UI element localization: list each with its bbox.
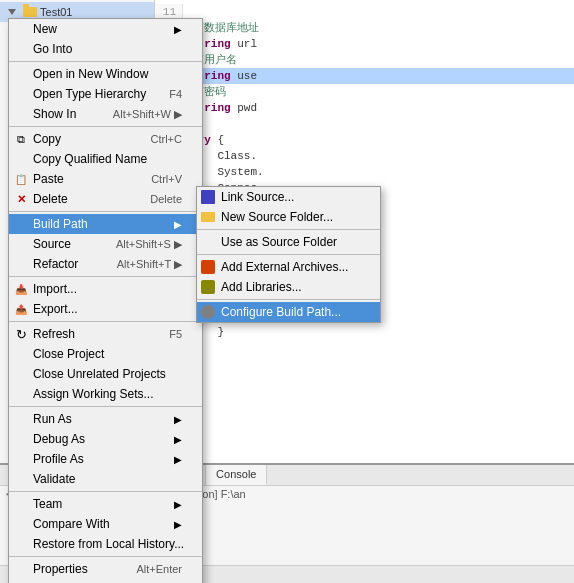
submenu-link-source[interactable]: Link Source... — [197, 187, 380, 207]
menu-debug-as[interactable]: Debug As ▶ — [9, 429, 202, 449]
code-line-31: 31 } — [155, 324, 574, 340]
menu-build-path[interactable]: Build Path ▶ — [9, 214, 202, 234]
menu-restore-local-label: Restore from Local History... — [33, 537, 184, 551]
menu-refresh-shortcut: F5 — [153, 328, 182, 340]
new-source-folder-icon — [201, 209, 217, 225]
menu-close-project[interactable]: Close Project — [9, 344, 202, 364]
menu-properties[interactable]: Properties Alt+Enter — [9, 559, 202, 579]
code-line-18: 18 — [155, 116, 574, 132]
menu-properties-label: Properties — [33, 562, 88, 576]
submenu-configure-build-path-label: Configure Build Path... — [221, 305, 341, 319]
link-source-icon — [201, 189, 217, 205]
tab-console[interactable]: Console — [206, 465, 267, 485]
submenu-link-source-label: Link Source... — [221, 190, 294, 204]
menu-debug-as-arrow: ▶ — [174, 434, 182, 445]
menu-source[interactable]: Source Alt+Shift+S ▶ — [9, 234, 202, 254]
menu-refactor-shortcut: Alt+Shift+T ▶ — [101, 258, 182, 271]
menu-show-in[interactable]: Show In Alt+Shift+W ▶ — [9, 104, 202, 124]
menu-paste-label: Paste — [33, 172, 64, 186]
menu-sep-6 — [9, 406, 202, 407]
menu-export-label: Export... — [33, 302, 78, 316]
submenu-sep-2 — [197, 254, 380, 255]
code-line-15: 15 String use — [155, 68, 574, 84]
menu-build-path-label: Build Path — [33, 217, 88, 231]
menu-refactor[interactable]: Refactor Alt+Shift+T ▶ — [9, 254, 202, 274]
delete-icon: ✕ — [13, 191, 29, 207]
menu-type-hierarchy-label: Open Type Hierarchy — [33, 87, 146, 101]
code-line-13: 13 String url — [155, 36, 574, 52]
submenu-add-external-label: Add External Archives... — [221, 260, 348, 274]
menu-source-shortcut: Alt+Shift+S ▶ — [100, 238, 182, 251]
menu-export[interactable]: Export... — [9, 299, 202, 319]
menu-type-hierarchy-shortcut: F4 — [153, 88, 182, 100]
submenu-new-source-folder[interactable]: New Source Folder... — [197, 207, 380, 227]
menu-team[interactable]: Team ▶ — [9, 494, 202, 514]
menu-show-in-shortcut: Alt+Shift+W ▶ — [97, 108, 182, 121]
project-folder-icon — [23, 7, 37, 17]
menu-show-in-label: Show In — [33, 107, 76, 121]
menu-delete-shortcut: Delete — [134, 193, 182, 205]
code-line-16: 16 //密码 — [155, 84, 574, 100]
menu-sep-4 — [9, 276, 202, 277]
tree-label: Test01 — [40, 6, 72, 18]
add-libraries-icon — [201, 279, 217, 295]
copy-icon — [13, 131, 29, 147]
configure-build-path-icon — [201, 304, 217, 320]
menu-run-as[interactable]: Run As ▶ — [9, 409, 202, 429]
submenu-add-libraries-label: Add Libraries... — [221, 280, 302, 294]
submenu-configure-build-path[interactable]: Configure Build Path... — [197, 302, 380, 322]
menu-copy-qualified[interactable]: Copy Qualified Name — [9, 149, 202, 169]
menu-team-label: Team — [33, 497, 62, 511]
menu-close-unrelated[interactable]: Close Unrelated Projects — [9, 364, 202, 384]
menu-refresh[interactable]: Refresh F5 — [9, 324, 202, 344]
code-line-11: 11 — [155, 4, 574, 20]
menu-sep-5 — [9, 321, 202, 322]
menu-paste[interactable]: Paste Ctrl+V — [9, 169, 202, 189]
menu-compare-with-label: Compare With — [33, 517, 110, 531]
menu-validate[interactable]: Validate — [9, 469, 202, 489]
code-line-19: 19 try { — [155, 132, 574, 148]
menu-go-into[interactable]: Go Into — [9, 39, 202, 59]
menu-paste-shortcut: Ctrl+V — [135, 173, 182, 185]
menu-copy[interactable]: Copy Ctrl+C — [9, 129, 202, 149]
menu-delete-label: Delete — [33, 192, 68, 206]
menu-new-label: New — [33, 22, 57, 36]
menu-close-project-label: Close Project — [33, 347, 104, 361]
add-external-icon — [201, 259, 217, 275]
menu-compare-with-arrow: ▶ — [174, 519, 182, 530]
menu-open-new-window[interactable]: Open in New Window — [9, 64, 202, 84]
menu-profile-as[interactable]: Profile As ▶ — [9, 449, 202, 469]
paste-icon — [13, 171, 29, 187]
import-icon — [13, 281, 29, 297]
menu-type-hierarchy[interactable]: Open Type Hierarchy F4 — [9, 84, 202, 104]
submenu-use-source[interactable]: Use as Source Folder — [197, 232, 380, 252]
context-menu: New ▶ Go Into Open in New Window Open Ty… — [8, 18, 203, 583]
submenu-add-libraries[interactable]: Add Libraries... — [197, 277, 380, 297]
menu-sep-3 — [9, 211, 202, 212]
menu-build-path-arrow: ▶ — [174, 219, 182, 230]
menu-copy-qualified-label: Copy Qualified Name — [33, 152, 147, 166]
menu-compare-with[interactable]: Compare With ▶ — [9, 514, 202, 534]
menu-assign-working-sets-label: Assign Working Sets... — [33, 387, 154, 401]
submenu-add-external[interactable]: Add External Archives... — [197, 257, 380, 277]
menu-delete[interactable]: ✕ Delete Delete — [9, 189, 202, 209]
menu-copy-label: Copy — [33, 132, 61, 146]
code-line-21: 21 System. — [155, 164, 574, 180]
menu-new[interactable]: New ▶ — [9, 19, 202, 39]
menu-assign-working-sets[interactable]: Assign Working Sets... — [9, 384, 202, 404]
menu-sep-1 — [9, 61, 202, 62]
menu-properties-shortcut: Alt+Enter — [120, 563, 182, 575]
menu-go-into-label: Go Into — [33, 42, 72, 56]
menu-import-label: Import... — [33, 282, 77, 296]
refresh-icon — [13, 326, 29, 342]
menu-resource-config[interactable]: Resource Configurations ▶ — [9, 579, 202, 583]
menu-import[interactable]: Import... — [9, 279, 202, 299]
menu-sep-8 — [9, 556, 202, 557]
menu-restore-local[interactable]: Restore from Local History... — [9, 534, 202, 554]
code-line-17: 17 String pwd — [155, 100, 574, 116]
code-line-12: 12 //数据库地址 — [155, 20, 574, 36]
export-icon — [13, 301, 29, 317]
menu-run-as-label: Run As — [33, 412, 72, 426]
menu-team-arrow: ▶ — [174, 499, 182, 510]
menu-copy-shortcut: Ctrl+C — [135, 133, 182, 145]
